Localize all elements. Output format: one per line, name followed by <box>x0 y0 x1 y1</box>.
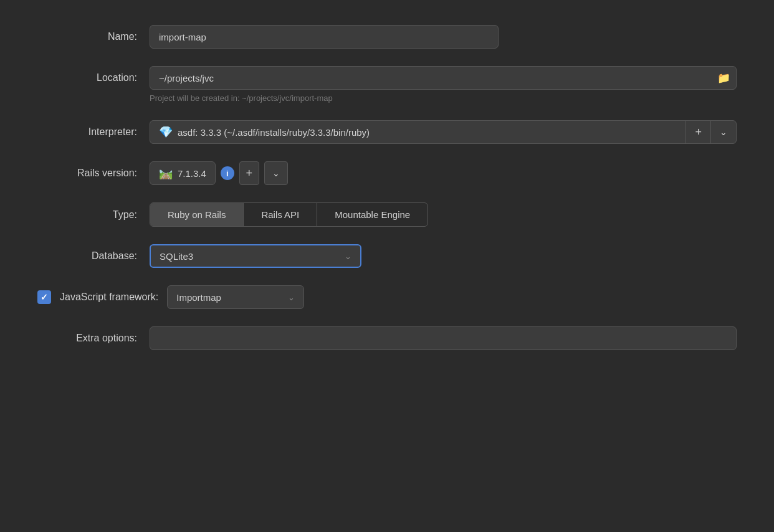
checkmark-icon: ✓ <box>41 292 48 302</box>
location-hint: Project will be created in: ~/projects/j… <box>150 93 737 103</box>
type-mountable-engine-label: Mountable Engine <box>335 209 410 220</box>
type-ruby-on-rails[interactable]: Ruby on Rails <box>150 203 244 226</box>
interpreter-display: 💎 asdf: 3.3.3 (~/.asdf/installs/ruby/3.3… <box>150 125 686 139</box>
interpreter-dropdown-button[interactable]: ⌄ <box>710 121 736 143</box>
location-label: Location: <box>37 72 137 83</box>
name-row: Name: <box>37 25 737 49</box>
rails-version-label: Rails version: <box>37 168 137 179</box>
type-row: Type: Ruby on Rails Rails API Mountable … <box>37 202 737 227</box>
rails-dropdown-button[interactable]: ⌄ <box>264 161 288 185</box>
type-mountable-engine[interactable]: Mountable Engine <box>317 203 428 226</box>
rails-version-value: 7.1.3.4 <box>178 168 206 179</box>
rails-version-selector: 🛤️ 7.1.3.4 <box>150 161 216 185</box>
location-wrapper: 📁 <box>150 66 737 90</box>
plus-icon: + <box>246 167 253 180</box>
extra-options-input[interactable] <box>150 326 737 350</box>
chevron-down-icon: ⌄ <box>720 127 727 137</box>
type-rails-api-label: Rails API <box>261 209 299 220</box>
chevron-down-icon: ⌄ <box>272 168 280 178</box>
js-framework-chevron-icon: ⌄ <box>288 293 295 302</box>
rails-icon: 🛤️ <box>159 166 173 180</box>
name-input[interactable] <box>150 25 499 49</box>
new-project-form: Name: Location: 📁 Project will be create… <box>0 0 774 375</box>
database-label: Database: <box>37 250 137 262</box>
ruby-gem-icon: 💎 <box>159 125 173 139</box>
database-row: Database: SQLite3 ⌄ <box>37 244 737 268</box>
js-framework-checkbox[interactable]: ✓ <box>37 290 51 304</box>
name-label: Name: <box>37 31 137 42</box>
folder-icon: 📁 <box>717 72 730 85</box>
rails-version-wrapper: 🛤️ 7.1.3.4 i + ⌄ <box>150 161 288 185</box>
database-chevron-icon: ⌄ <box>345 252 351 261</box>
extra-options-label: Extra options: <box>37 333 137 344</box>
type-rails-api[interactable]: Rails API <box>244 203 317 226</box>
js-framework-dropdown[interactable]: Importmap ⌄ <box>167 285 304 309</box>
js-framework-value: Importmap <box>176 292 282 303</box>
type-ruby-on-rails-label: Ruby on Rails <box>168 209 226 220</box>
interpreter-row: Interpreter: 💎 asdf: 3.3.3 (~/.asdf/inst… <box>37 120 737 144</box>
interpreter-selector: 💎 asdf: 3.3.3 (~/.asdf/installs/ruby/3.3… <box>150 120 737 144</box>
info-icon: i <box>226 169 229 178</box>
database-dropdown[interactable]: SQLite3 ⌄ <box>150 244 361 268</box>
browse-folder-button[interactable]: 📁 <box>717 72 730 85</box>
interpreter-value: asdf: 3.3.3 (~/.asdf/installs/ruby/3.3.3… <box>178 127 370 138</box>
interpreter-add-button[interactable]: + <box>686 121 710 143</box>
location-row-group: Location: 📁 Project will be created in: … <box>37 66 737 103</box>
type-button-group: Ruby on Rails Rails API Mountable Engine <box>150 202 428 227</box>
database-value: SQLite3 <box>160 251 338 262</box>
rails-version-row: Rails version: 🛤️ 7.1.3.4 i + ⌄ <box>37 161 737 185</box>
js-framework-label: JavaScript framework: <box>60 292 158 303</box>
location-input[interactable] <box>150 66 737 90</box>
interpreter-label: Interpreter: <box>37 126 137 138</box>
location-row: Location: 📁 <box>37 66 737 90</box>
extra-options-row: Extra options: <box>37 326 737 350</box>
plus-icon: + <box>695 126 702 139</box>
rails-info-button[interactable]: i <box>221 166 234 180</box>
rails-add-button[interactable]: + <box>239 161 259 185</box>
type-label: Type: <box>37 209 137 221</box>
js-framework-row: ✓ JavaScript framework: Importmap ⌄ <box>37 285 737 309</box>
